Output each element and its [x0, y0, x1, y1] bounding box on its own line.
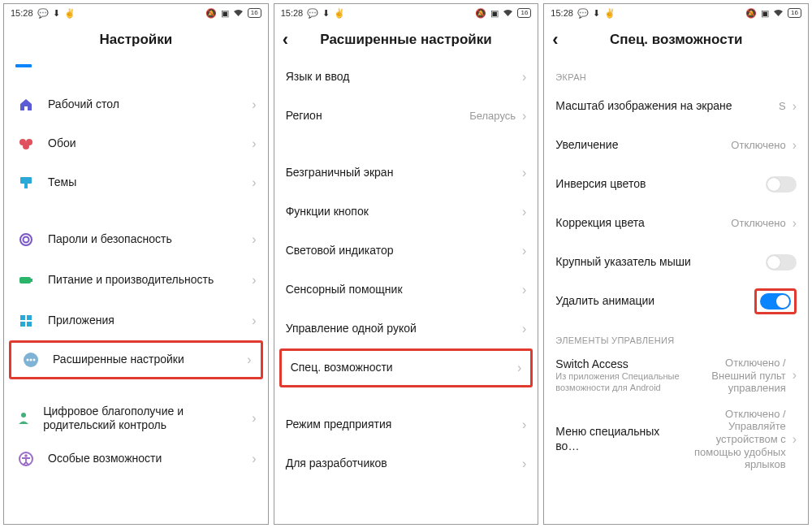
chevron-right-icon: ›	[522, 166, 526, 180]
notifications-icon	[15, 64, 32, 67]
svg-rect-12	[27, 322, 32, 327]
list-item-enterprise[interactable]: Режим предприятия ›	[274, 405, 538, 444]
list-item-a11y-menu[interactable]: Меню специальных во… Отключено / Управля…	[544, 401, 808, 478]
phone-panel-accessibility: 15:28 💬 ⬇ ✌ 🔕 ▣ 16 ‹ Спец. возможности Э…	[543, 3, 809, 525]
list-item-power[interactable]: Питание и производительность ›	[4, 259, 268, 301]
list-item-themes[interactable]: Темы ›	[4, 163, 268, 202]
list-item-desktop[interactable]: Рабочий стол ›	[4, 85, 268, 124]
status-time: 15:28	[551, 8, 573, 18]
list-item-apps[interactable]: Приложения ›	[4, 301, 268, 340]
chevron-right-icon: ›	[252, 136, 256, 151]
chevron-right-icon: ›	[517, 361, 521, 375]
battery-indicator: 16	[788, 8, 801, 18]
chevron-right-icon: ›	[522, 205, 526, 219]
chevron-right-icon: ›	[252, 452, 256, 466]
wifi-icon	[233, 9, 244, 17]
chevron-right-icon: ›	[522, 109, 526, 123]
status-bar: 15:28 💬 ⬇ ✌ 🔕 ▣ 16	[4, 4, 268, 22]
apps-icon	[15, 310, 37, 331]
dnd-icon: 🔕	[745, 8, 757, 19]
dnd-icon: 🔕	[475, 8, 486, 19]
list-item-remove-animations[interactable]: Удалить анимации	[544, 282, 808, 321]
download-icon: ⬇	[593, 8, 600, 19]
chat-icon: 💬	[307, 8, 318, 19]
chevron-right-icon: ›	[247, 353, 251, 367]
chevron-right-icon: ›	[252, 273, 256, 288]
chevron-right-icon: ›	[252, 314, 256, 328]
list-item-magnification[interactable]: Увеличение Отключено ›	[544, 126, 808, 165]
status-bar: 15:28 💬 ⬇ ✌ 🔕 ▣ 16	[274, 4, 538, 22]
section-header-screen: ЭКРАН	[544, 58, 808, 87]
list-item-cut[interactable]	[4, 58, 268, 67]
wellbeing-icon	[15, 408, 32, 429]
list-item-color-inversion[interactable]: Инверсия цветов	[544, 165, 808, 204]
svg-point-5	[20, 234, 32, 245]
svg-rect-8	[31, 279, 32, 282]
svg-point-19	[24, 454, 28, 457]
more-icon	[20, 349, 41, 370]
chevron-right-icon: ›	[252, 175, 256, 190]
list-item-language[interactable]: Язык и ввод ›	[274, 58, 538, 97]
back-button[interactable]: ‹	[283, 29, 288, 50]
chevron-right-icon: ›	[793, 138, 797, 153]
flower-icon	[15, 133, 37, 154]
list-item-wallpaper[interactable]: Обои ›	[4, 124, 268, 163]
svg-point-15	[30, 359, 32, 361]
chevron-right-icon: ›	[522, 322, 526, 336]
chevron-right-icon: ›	[252, 97, 256, 112]
chevron-right-icon: ›	[793, 368, 797, 383]
status-time: 15:28	[11, 8, 33, 18]
chevron-right-icon: ›	[793, 216, 797, 231]
chat-icon: 💬	[37, 8, 49, 19]
list-item-advanced[interactable]: Расширенные настройки ›	[9, 340, 263, 379]
phone-panel-advanced: 15:28 💬 ⬇ ✌ 🔕 ▣ 16 ‹ Расширенные настрой…	[274, 3, 539, 525]
advanced-list: Язык и ввод › Регион Беларусь › Безграни…	[274, 58, 538, 524]
list-item-color-correction[interactable]: Коррекция цвета Отключено ›	[544, 204, 808, 243]
svg-rect-3	[20, 177, 32, 184]
list-item-onehand[interactable]: Управление одной рукой ›	[274, 309, 538, 348]
list-item-large-cursor[interactable]: Крупный указатель мыши	[544, 243, 808, 282]
list-item-wellbeing[interactable]: Цифровое благополучие и родительский кон…	[4, 397, 268, 439]
home-icon	[15, 94, 37, 115]
list-item-display-scale[interactable]: Масштаб изображения на экране S ›	[544, 87, 808, 126]
list-item-developer[interactable]: Для разработчиков ›	[274, 444, 538, 483]
chevron-right-icon: ›	[252, 411, 256, 426]
toggle-switch[interactable]	[766, 254, 797, 270]
svg-rect-11	[20, 322, 25, 327]
chevron-right-icon: ›	[793, 432, 797, 447]
download-icon: ⬇	[53, 8, 60, 19]
chevron-right-icon: ›	[522, 283, 526, 297]
back-button[interactable]: ‹	[552, 29, 558, 50]
list-item-fullscreen[interactable]: Безграничный экран ›	[274, 154, 538, 193]
chevron-right-icon: ›	[522, 457, 526, 471]
hand-icon: ✌	[334, 8, 345, 19]
list-item-region[interactable]: Регион Беларусь ›	[274, 97, 538, 136]
list-item-buttons[interactable]: Функции кнопок ›	[274, 193, 538, 232]
status-time: 15:28	[281, 8, 304, 18]
sim-icon: ▣	[761, 8, 769, 19]
list-item-touch-assist[interactable]: Сенсорный помощник ›	[274, 270, 538, 309]
header: ‹ Расширенные настройки	[274, 22, 538, 58]
svg-rect-7	[19, 277, 31, 283]
svg-point-14	[27, 359, 29, 361]
list-item-accessibility[interactable]: Спец. возможности ›	[279, 348, 533, 387]
header: Настройки	[4, 22, 268, 58]
highlight-box	[754, 288, 797, 314]
svg-point-2	[23, 143, 29, 149]
page-title: Настройки	[99, 32, 172, 48]
brush-icon	[15, 172, 37, 193]
svg-point-16	[33, 359, 36, 361]
battery-icon	[15, 270, 37, 291]
hand-icon: ✌	[604, 8, 615, 19]
list-item-a11y[interactable]: Особые возможности ›	[4, 439, 268, 478]
page-title: Спец. возможности	[610, 32, 743, 48]
toggle-switch[interactable]	[760, 293, 791, 309]
svg-point-6	[24, 237, 29, 243]
toggle-switch[interactable]	[766, 176, 797, 193]
list-item-led[interactable]: Световой индикатор ›	[274, 232, 538, 270]
phone-panel-settings: 15:28 💬 ⬇ ✌ 🔕 ▣ 16 Настройки Рабочий сто…	[3, 3, 269, 525]
battery-indicator: 16	[248, 8, 261, 18]
region-value: Беларусь	[469, 110, 516, 123]
list-item-passwords[interactable]: Пароли и безопасность ›	[4, 220, 268, 259]
list-item-switch-access[interactable]: Switch Access Из приложения Специальные …	[544, 350, 808, 401]
